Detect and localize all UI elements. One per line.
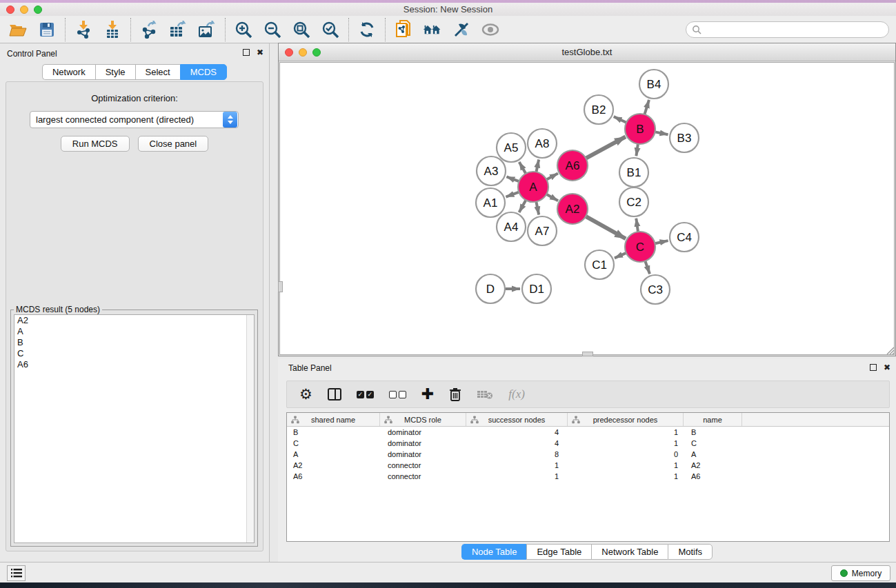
run-mcds-button[interactable]: Run MCDS: [61, 136, 130, 152]
column-header-name[interactable]: name: [684, 413, 742, 426]
tab-select[interactable]: Select: [135, 64, 180, 80]
cell-mcds-role[interactable]: connector: [380, 461, 466, 469]
list-item[interactable]: C: [14, 348, 254, 359]
tab-style[interactable]: Style: [95, 64, 135, 80]
cell-successor-nodes[interactable]: 4: [466, 439, 568, 447]
export-table-icon[interactable]: [168, 20, 188, 39]
export-image-icon[interactable]: [197, 20, 217, 39]
close-panel-button[interactable]: Close panel: [138, 136, 209, 152]
list-item[interactable]: B: [14, 337, 254, 348]
table-row[interactable]: A dominator 8 0 A: [287, 449, 889, 460]
home-network-icon[interactable]: [423, 20, 442, 39]
cell-shared-name[interactable]: B: [287, 428, 380, 436]
graph-edge-B-B1[interactable]: [636, 144, 637, 156]
refresh-layout-icon[interactable]: [357, 20, 377, 39]
network-window-titlebar[interactable]: testGlobe.txt: [279, 43, 895, 61]
delete-column-trash-icon[interactable]: [449, 387, 461, 401]
graph-edge-B-B3[interactable]: [655, 132, 668, 134]
import-network-icon[interactable]: [74, 20, 93, 39]
cell-predecessor-nodes[interactable]: 0: [568, 450, 684, 458]
save-session-icon[interactable]: [37, 20, 57, 39]
cell-predecessor-nodes[interactable]: 1: [568, 428, 684, 436]
result-scrollbar[interactable]: [246, 315, 254, 543]
cell-shared-name[interactable]: C: [287, 439, 380, 447]
task-history-button[interactable]: [7, 565, 26, 581]
table-row[interactable]: A2 connector 1 1 A2: [287, 460, 889, 471]
network-canvas[interactable]: AA1A2A3A4A5A6A7A8BB1B2B3B4CC1C2C3C4DD1: [279, 62, 895, 355]
memory-button[interactable]: Memory: [831, 565, 890, 581]
graph-edge-C-C3[interactable]: [645, 261, 650, 274]
graph-edge-C-C4[interactable]: [655, 241, 668, 243]
graph-edge-A-A6[interactable]: [546, 173, 558, 179]
cell-mcds-role[interactable]: connector: [380, 472, 466, 480]
tab-node-table[interactable]: Node Table: [461, 544, 527, 560]
graph-edge-A2-C[interactable]: [586, 216, 626, 239]
graph-edge-A-A1[interactable]: [506, 192, 519, 197]
close-panel-icon[interactable]: ✖: [257, 49, 263, 56]
cell-predecessor-nodes[interactable]: 1: [568, 439, 684, 447]
tab-network[interactable]: Network: [42, 64, 95, 80]
open-session-icon[interactable]: [8, 20, 28, 39]
splitter-handle[interactable]: [278, 281, 283, 292]
list-item[interactable]: A6: [14, 359, 254, 370]
cell-mcds-role[interactable]: dominator: [380, 428, 466, 436]
splitter-handle[interactable]: [582, 352, 593, 356]
cell-successor-nodes[interactable]: 8: [466, 450, 568, 458]
cell-successor-nodes[interactable]: 4: [466, 428, 568, 436]
cell-name[interactable]: A: [684, 450, 742, 458]
cell-successor-nodes[interactable]: 1: [466, 472, 568, 480]
mcds-result-list[interactable]: A2 A B C A6: [14, 314, 255, 543]
tab-mcds[interactable]: MCDS: [180, 64, 227, 80]
graphics-details-icon[interactable]: [452, 20, 471, 39]
search-input[interactable]: [701, 23, 888, 37]
clone-network-icon[interactable]: [394, 20, 413, 39]
list-item[interactable]: A2: [14, 315, 254, 326]
graph-edge-A-A2[interactable]: [546, 194, 558, 201]
zoom-out-icon[interactable]: [263, 20, 282, 39]
tab-motifs[interactable]: Motifs: [668, 544, 713, 560]
graph-edge-A-A8[interactable]: [536, 160, 539, 172]
table-row[interactable]: A6 connector 1 1 A6: [287, 471, 889, 482]
eye-icon[interactable]: [481, 20, 500, 39]
select-all-columns-icon[interactable]: ✓✓: [357, 391, 374, 398]
show-columns-icon[interactable]: [328, 388, 341, 401]
graph-edge-C-C2[interactable]: [636, 219, 638, 232]
cell-name[interactable]: C: [684, 439, 742, 447]
cell-successor-nodes[interactable]: 1: [466, 461, 568, 469]
close-table-panel-icon[interactable]: ✖: [884, 364, 890, 371]
import-table-icon[interactable]: [103, 20, 122, 39]
cell-shared-name[interactable]: A6: [287, 472, 380, 480]
graph-edge-C-C1[interactable]: [615, 253, 626, 258]
node-table[interactable]: shared name MCDS role successor nodes pr…: [286, 412, 890, 542]
deselect-all-columns-icon[interactable]: [389, 391, 406, 398]
graph-edge-A-A7[interactable]: [536, 202, 539, 215]
cell-mcds-role[interactable]: dominator: [380, 439, 466, 447]
cell-predecessor-nodes[interactable]: 1: [568, 461, 684, 469]
column-header-successor-nodes[interactable]: successor nodes: [466, 413, 568, 426]
resize-grip-icon[interactable]: [885, 345, 895, 355]
cell-name[interactable]: A2: [684, 461, 742, 469]
column-header-mcds-role[interactable]: MCDS role: [380, 413, 466, 426]
graph-edge-A6-B[interactable]: [586, 136, 626, 158]
table-row[interactable]: C dominator 4 1 C: [287, 438, 889, 449]
zoom-in-icon[interactable]: [234, 20, 253, 39]
cell-shared-name[interactable]: A2: [287, 461, 380, 469]
cell-shared-name[interactable]: A: [287, 450, 380, 458]
cell-name[interactable]: B: [684, 428, 742, 436]
graph-edge-A-A5[interactable]: [519, 162, 526, 174]
cell-predecessor-nodes[interactable]: 1: [568, 472, 684, 480]
float-panel-icon[interactable]: [243, 49, 250, 56]
cell-mcds-role[interactable]: dominator: [380, 450, 466, 458]
zoom-fit-icon[interactable]: [292, 20, 311, 39]
cell-name[interactable]: A6: [684, 472, 742, 480]
column-header-predecessor-nodes[interactable]: predecessor nodes: [568, 413, 684, 426]
list-item[interactable]: A: [14, 326, 254, 337]
export-network-icon[interactable]: [139, 20, 159, 39]
table-settings-gear-icon[interactable]: ⚙: [299, 387, 312, 401]
graph-edge-A-A4[interactable]: [519, 200, 526, 212]
optimization-criterion-select[interactable]: largest connected component (directed): [30, 111, 239, 128]
tab-network-table[interactable]: Network Table: [591, 544, 668, 560]
create-column-icon[interactable]: ✚: [421, 387, 434, 401]
table-row[interactable]: B dominator 4 1 B: [287, 427, 889, 438]
float-table-panel-icon[interactable]: [870, 364, 877, 371]
